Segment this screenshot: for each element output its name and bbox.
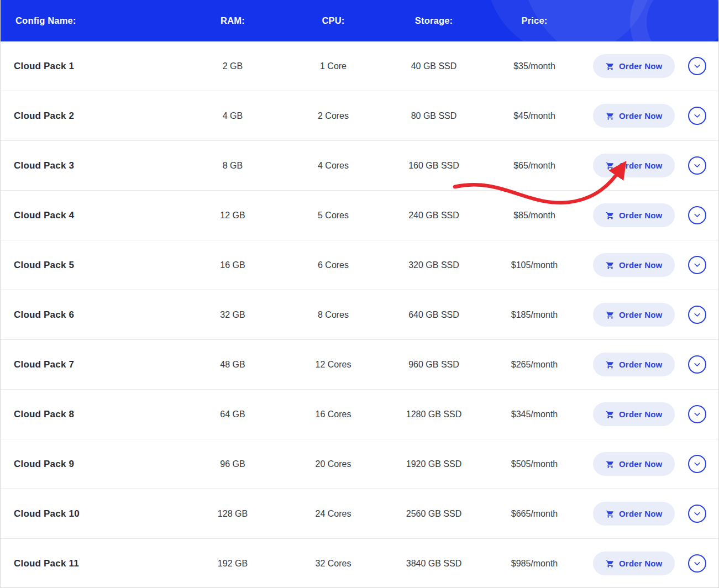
price-value: $345/month [484,410,585,419]
table-row: Cloud Pack 1 2 GB 1 Core 40 GB SSD $35/m… [1,41,718,91]
config-name: Cloud Pack 8 [1,409,183,420]
column-header-price: Price: [484,15,585,26]
order-now-label: Order Now [619,161,662,170]
order-now-label: Order Now [619,111,662,120]
column-header-cpu: CPU: [282,15,384,26]
order-now-label: Order Now [619,61,662,71]
ram-value: 2 GB [183,61,282,71]
chevron-down-icon [692,509,702,518]
config-name: Cloud Pack 10 [1,508,183,519]
chevron-down-icon [692,260,702,270]
order-now-button[interactable]: Order Now [593,502,675,526]
column-header-storage: Storage: [384,15,484,26]
expand-row-button[interactable] [688,505,706,523]
order-now-button[interactable]: Order Now [593,104,675,128]
shopping-cart-icon [606,261,615,270]
ram-value: 96 GB [183,459,282,469]
storage-value: 960 GB SSD [384,360,484,370]
storage-value: 240 GB SSD [384,211,484,221]
pricing-table: Config Name: RAM: CPU: Storage: Price: C… [0,0,719,588]
row-actions: Order Now [585,402,718,426]
shopping-cart-icon [606,559,615,568]
shopping-cart-icon [606,410,615,419]
order-now-button[interactable]: Order Now [593,402,675,426]
order-now-button[interactable]: Order Now [593,353,675,376]
chevron-down-icon [692,111,702,120]
expand-row-button[interactable] [688,355,706,374]
row-actions: Order Now [585,253,718,277]
price-value: $185/month [484,310,585,320]
cpu-value: 5 Cores [282,211,384,221]
storage-value: 80 GB SSD [384,111,484,121]
chevron-down-icon [692,410,702,419]
cpu-value: 32 Cores [282,559,384,569]
expand-row-button[interactable] [688,107,706,125]
order-now-label: Order Now [619,559,662,568]
expand-row-button[interactable] [688,405,706,423]
ram-value: 12 GB [183,211,282,221]
shopping-cart-icon [606,460,615,469]
table-row: Cloud Pack 9 96 GB 20 Cores 1920 GB SSD … [1,439,718,489]
shopping-cart-icon [606,360,615,369]
config-name: Cloud Pack 4 [1,210,183,221]
storage-value: 160 GB SSD [384,161,484,171]
chevron-down-icon [692,310,702,319]
expand-row-button[interactable] [688,256,706,274]
order-now-button[interactable]: Order Now [593,154,675,177]
config-name: Cloud Pack 3 [1,160,183,171]
order-now-label: Order Now [619,360,662,369]
chevron-down-icon [692,161,702,170]
storage-value: 1920 GB SSD [384,459,484,469]
expand-row-button[interactable] [688,455,706,473]
order-now-button[interactable]: Order Now [593,552,675,575]
config-name: Cloud Pack 5 [1,260,183,271]
order-now-button[interactable]: Order Now [593,253,675,277]
cpu-value: 12 Cores [282,360,384,370]
column-header-config-name: Config Name: [1,15,183,26]
cpu-value: 6 Cores [282,260,384,270]
expand-row-button[interactable] [688,554,706,573]
ram-value: 16 GB [183,260,282,270]
order-now-label: Order Now [619,410,662,419]
ram-value: 4 GB [183,111,282,121]
cpu-value: 2 Cores [282,111,384,121]
order-now-button[interactable]: Order Now [593,203,675,227]
row-actions: Order Now [585,452,718,476]
cpu-value: 24 Cores [282,509,384,519]
order-now-label: Order Now [619,310,662,319]
decorative-ring [630,0,718,41]
order-now-label: Order Now [619,459,662,469]
ram-value: 128 GB [183,509,282,519]
ram-value: 192 GB [183,559,282,569]
expand-row-button[interactable] [688,57,706,75]
table-row: Cloud Pack 11 192 GB 32 Cores 3840 GB SS… [1,539,718,588]
expand-row-button[interactable] [688,156,706,175]
ram-value: 32 GB [183,310,282,320]
shopping-cart-icon [606,161,615,170]
table-row: Cloud Pack 2 4 GB 2 Cores 80 GB SSD $45/… [1,91,718,141]
price-value: $505/month [484,459,585,469]
expand-row-button[interactable] [688,206,706,224]
shopping-cart-icon [606,311,615,319]
shopping-cart-icon [606,62,615,71]
storage-value: 40 GB SSD [384,61,484,71]
storage-value: 1280 GB SSD [384,410,484,419]
config-name: Cloud Pack 6 [1,309,183,321]
order-now-button[interactable]: Order Now [593,303,675,327]
order-now-label: Order Now [619,260,662,270]
table-row: Cloud Pack 10 128 GB 24 Cores 2560 GB SS… [1,489,718,539]
order-now-button[interactable]: Order Now [593,54,675,78]
row-actions: Order Now [585,502,718,526]
row-actions: Order Now [585,353,718,376]
order-now-button[interactable]: Order Now [593,452,675,476]
chevron-down-icon [692,360,702,369]
table-row: Cloud Pack 8 64 GB 16 Cores 1280 GB SSD … [1,390,718,439]
expand-row-button[interactable] [688,306,706,324]
price-value: $105/month [484,260,585,270]
row-actions: Order Now [585,154,718,177]
price-value: $45/month [484,111,585,121]
price-value: $265/month [484,360,585,370]
cpu-value: 4 Cores [282,161,384,171]
config-name: Cloud Pack 9 [1,459,183,470]
cpu-value: 20 Cores [282,459,384,469]
